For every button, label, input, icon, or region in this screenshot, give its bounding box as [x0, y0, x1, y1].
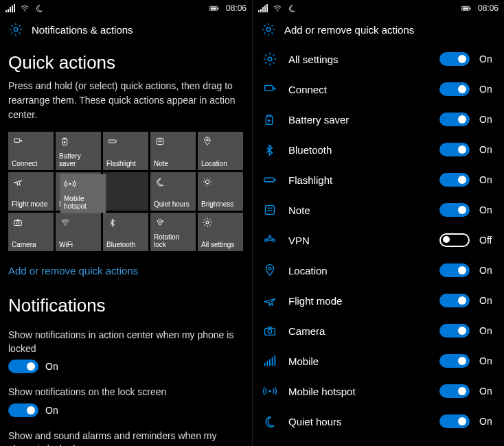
- toggle-mobile[interactable]: [439, 354, 470, 368]
- tile-label: Location: [201, 160, 240, 167]
- quick-action-tile-quiet-hours[interactable]: Quiet hours: [150, 172, 196, 211]
- quick-action-tile-flashlight[interactable]: Flashlight: [103, 132, 148, 170]
- toggle-all-settings[interactable]: [439, 52, 470, 66]
- toggle-mobile-hotspot[interactable]: [439, 384, 470, 398]
- tile-label: Note: [154, 160, 192, 167]
- quick-action-tile-rotation-lock[interactable]: Rotation lock: [150, 213, 196, 251]
- qa-label: VPN: [288, 235, 430, 246]
- toggle-state: On: [479, 114, 496, 125]
- toggle-flashlight[interactable]: [439, 173, 470, 187]
- quick-action-tile-dragging[interactable]: Mobile hotspot: [60, 174, 106, 213]
- add-remove-quick-actions-link[interactable]: Add or remove quick actions: [8, 265, 138, 277]
- qa-row-mobile-hotspot: Mobile hotspotOn: [261, 376, 496, 406]
- signal-icon: [258, 4, 268, 12]
- setting-label-lock-screen: Show notifications on the lock screen: [8, 386, 242, 399]
- toggle-camera[interactable]: [439, 324, 470, 338]
- note-icon: [261, 201, 279, 219]
- qa-row-vpn: VPNOff: [261, 225, 496, 255]
- qa-row-quiet-hours: Quiet hoursOn: [261, 406, 496, 436]
- wifi-icon: [19, 3, 30, 14]
- quick-action-tile-location[interactable]: Location: [198, 132, 243, 170]
- quick-action-tile-flight-mode[interactable]: Flight mode: [8, 172, 54, 211]
- tile-label: WiFi: [59, 241, 98, 248]
- page-title: Add or remove quick actions: [284, 24, 414, 36]
- qa-label: Connect: [288, 84, 430, 95]
- toggle-state: On: [479, 295, 496, 306]
- flashlight-icon: [106, 135, 119, 148]
- notifications-heading: Notifications: [8, 295, 244, 316]
- toggle-state: On: [479, 416, 496, 427]
- qa-row-battery-saver: Battery saverOn: [261, 104, 496, 134]
- qa-row-note: NoteOn: [261, 195, 496, 225]
- qa-label: Note: [288, 204, 430, 216]
- battery-icon: [207, 3, 222, 14]
- toggle-state: On: [45, 405, 58, 416]
- qa-row-flashlight: FlashlightOn: [261, 165, 496, 195]
- brightness-icon: [201, 176, 214, 188]
- toggle-battery-saver[interactable]: [439, 113, 470, 126]
- status-time: 08:06: [478, 3, 499, 13]
- tile-label: Connect: [12, 160, 50, 167]
- tile-label: Mobile hotspot: [64, 195, 102, 210]
- qa-label: Battery saver: [288, 114, 430, 126]
- toggle-state: On: [479, 84, 496, 95]
- toggle-quiet-hours[interactable]: [439, 414, 470, 428]
- quiet-hours-icon: [287, 3, 297, 13]
- qa-row-connect: ConnectOn: [261, 74, 496, 104]
- battery-saver-icon: [59, 135, 71, 148]
- toggle-state: On: [45, 361, 58, 372]
- toggle-lock-screen[interactable]: [8, 403, 38, 417]
- screen-notifications-actions: 08:06 Notifications & actions Quick acti…: [0, 0, 252, 446]
- tile-label: Camera: [12, 241, 50, 248]
- bluetooth-icon: [261, 141, 279, 159]
- toggle-action-center-locked[interactable]: [8, 360, 38, 373]
- quick-action-tile-bluetooth[interactable]: Bluetooth: [103, 213, 148, 251]
- quick-actions-heading: Quick actions: [8, 52, 244, 73]
- toggle-state: On: [479, 174, 496, 185]
- tile-label: Battery saver: [59, 152, 98, 167]
- quick-action-tile-empty[interactable]: [103, 172, 148, 211]
- battery-saver-icon: [261, 110, 279, 128]
- page-header: Add or remove quick actions: [253, 15, 504, 41]
- toggle-state: On: [479, 54, 496, 64]
- wifi-icon: [272, 3, 283, 14]
- all-settings-icon: [201, 216, 214, 228]
- tile-label: All settings: [201, 241, 240, 248]
- toggle-state: On: [479, 204, 496, 215]
- quick-action-tile-all-settings[interactable]: All settings: [198, 213, 243, 251]
- quick-actions-grid: Mobile hotspot ConnectBattery saverFlash…: [8, 132, 244, 251]
- all-settings-icon: [261, 50, 279, 68]
- quick-action-tile-note[interactable]: Note: [150, 132, 196, 170]
- bluetooth-icon: [106, 216, 119, 228]
- toggle-flight-mode[interactable]: [439, 294, 470, 307]
- status-bar: 08:06: [253, 0, 504, 15]
- toggle-state: On: [479, 386, 496, 397]
- tile-label: Flashlight: [106, 160, 145, 167]
- quiet-hours-icon: [154, 176, 166, 188]
- qa-label: Flight mode: [288, 295, 430, 307]
- toggle-bluetooth[interactable]: [439, 143, 470, 156]
- qa-label: Location: [288, 265, 430, 277]
- qa-row-flight-mode: Flight modeOn: [261, 285, 496, 316]
- quick-action-tile-battery-saver[interactable]: Battery saver: [56, 132, 101, 170]
- qa-label: Mobile: [288, 355, 430, 367]
- setting-label-alarms-reminders: Show and sound alarms and reminders when…: [8, 430, 242, 446]
- qa-row-bluetooth: BluetoothOn: [261, 134, 496, 165]
- mobile-hotspot-icon: [261, 382, 279, 400]
- toggle-state: On: [479, 144, 496, 155]
- qa-row-camera: CameraOn: [261, 316, 496, 346]
- toggle-note[interactable]: [439, 203, 470, 217]
- connect-icon: [12, 135, 24, 148]
- quick-action-tile-wifi[interactable]: WiFi: [56, 213, 101, 251]
- quick-action-tile-connect[interactable]: Connect: [8, 132, 54, 170]
- toggle-connect[interactable]: [439, 82, 470, 96]
- screen-add-remove-quick-actions: 08:06 Add or remove quick actions All se…: [252, 0, 504, 446]
- quick-action-tile-camera[interactable]: Camera: [8, 213, 54, 251]
- note-icon: [154, 135, 166, 148]
- toggle-location[interactable]: [439, 263, 470, 277]
- toggle-vpn[interactable]: [439, 233, 470, 247]
- location-icon: [201, 135, 214, 148]
- quick-action-tile-brightness[interactable]: Brightness: [198, 172, 243, 211]
- qa-label: Quiet hours: [288, 416, 430, 427]
- qa-label: Flashlight: [288, 174, 430, 186]
